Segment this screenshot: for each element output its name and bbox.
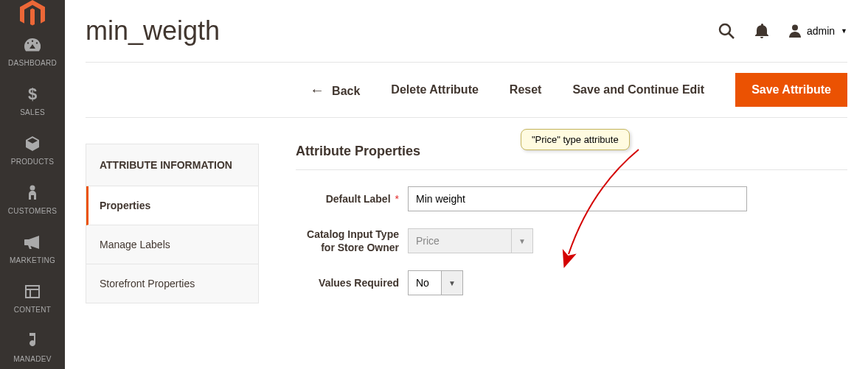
admin-account-dropdown[interactable]: admin ▼ [789, 24, 847, 38]
panel-title: ATTRIBUTE INFORMATION [86, 144, 258, 186]
sidebar-item-label: MARKETING [10, 256, 55, 264]
note-icon [27, 331, 38, 351]
default-label-input[interactable] [408, 186, 747, 211]
page-title: min_weigth [86, 15, 220, 46]
select-value: No [408, 270, 441, 295]
default-label-label: Default Label [326, 193, 391, 205]
user-icon [789, 24, 801, 38]
tab-storefront-properties[interactable]: Storefront Properties [86, 264, 258, 303]
sidebar-item-label: SALES [20, 108, 45, 116]
values-required-label: Values Required [319, 277, 399, 289]
sidebar-item-sales[interactable]: $ SALES [0, 77, 65, 127]
sidebar-item-label: CUSTOMERS [8, 207, 57, 215]
chevron-down-icon: ▼ [441, 270, 463, 295]
sidebar-item-content[interactable]: CONTENT [0, 275, 65, 324]
catalog-input-type-select: Price ▼ [408, 228, 533, 253]
sidebar-item-products[interactable]: PRODUCTS [0, 127, 65, 176]
cube-icon [25, 134, 40, 153]
delete-attribute-button[interactable]: Delete Attribute [391, 83, 479, 96]
chevron-down-icon: ▼ [841, 27, 847, 35]
megaphone-icon [24, 233, 41, 252]
annotation-callout: "Price" type attribute [521, 129, 630, 150]
tab-properties[interactable]: Properties [86, 186, 258, 225]
save-attribute-button[interactable]: Save Attribute [735, 73, 847, 107]
chevron-down-icon: ▼ [511, 228, 533, 253]
sidebar-item-label: CONTENT [14, 306, 51, 314]
tab-manage-labels[interactable]: Manage Labels [86, 225, 258, 264]
sidebar-item-manadev[interactable]: MANADEV [0, 324, 65, 369]
page-actions: ←Back Delete Attribute Reset Save and Co… [86, 63, 847, 118]
attribute-info-panel: ATTRIBUTE INFORMATION Properties Manage … [86, 144, 259, 303]
svg-rect-1 [26, 286, 39, 298]
values-required-select[interactable]: No ▼ [408, 270, 463, 295]
notifications-icon[interactable] [755, 24, 768, 38]
svg-point-6 [792, 25, 798, 31]
attribute-properties-form: Attribute Properties Default Label* Cata… [296, 144, 847, 303]
sidebar-item-customers[interactable]: CUSTOMERS [0, 176, 65, 225]
page-header: min_weigth admin ▼ [86, 0, 847, 63]
search-icon[interactable] [718, 23, 735, 39]
catalog-input-type-row: Catalog Input Type for Store Owner Price… [296, 228, 847, 254]
sidebar-item-label: DASHBOARD [8, 59, 57, 67]
dollar-icon: $ [28, 85, 37, 104]
person-icon [27, 183, 38, 203]
save-and-continue-button[interactable]: Save and Continue Edit [572, 83, 704, 96]
sidebar-item-label: PRODUCTS [11, 158, 55, 166]
catalog-input-type-label: Catalog Input Type for Store Owner [307, 228, 399, 253]
content-columns: "Price" type attribute ATTRIBUTE INFORMA… [86, 144, 847, 303]
magento-logo-icon [20, 0, 45, 28]
admin-sidebar: DASHBOARD $ SALES PRODUCTS CUSTOMERS MAR… [0, 0, 65, 369]
sidebar-item-dashboard[interactable]: DASHBOARD [0, 28, 65, 77]
magento-logo[interactable] [0, 0, 65, 28]
dashboard-icon [24, 35, 41, 55]
select-value: Price [408, 228, 511, 253]
svg-point-0 [30, 186, 35, 191]
values-required-row: Values Required No ▼ [296, 270, 847, 295]
required-asterisk: * [395, 193, 399, 205]
admin-label: admin [807, 25, 835, 37]
sidebar-item-marketing[interactable]: MARKETING [0, 225, 65, 275]
svg-point-4 [720, 24, 730, 35]
header-actions: admin ▼ [718, 23, 847, 39]
default-label-row: Default Label* [296, 186, 847, 211]
main-content: min_weigth admin ▼ ←Back Delete Attribut… [65, 0, 868, 369]
back-button[interactable]: ←Back [310, 82, 360, 99]
arrow-left-icon: ← [310, 82, 324, 98]
reset-button[interactable]: Reset [510, 83, 542, 96]
svg-line-5 [729, 33, 734, 38]
layout-icon [25, 282, 40, 301]
sidebar-item-label: MANADEV [13, 355, 52, 363]
